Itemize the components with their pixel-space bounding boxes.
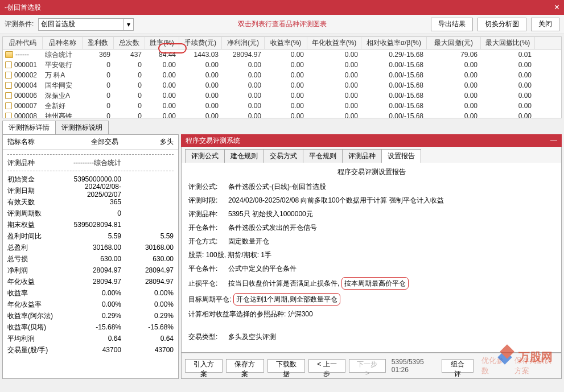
table-row[interactable]: 000007全新好000.000.000.000.000.000.00/-15.… xyxy=(3,101,561,111)
next-step-button: 下一步 > xyxy=(349,359,386,373)
metric-row: 总亏损630.00630.00 xyxy=(7,253,174,265)
metric-row: 收益率0.00%0.00% xyxy=(7,287,174,299)
cell: 0.00/-15.68 xyxy=(361,92,427,100)
cell: 0.00 xyxy=(145,92,179,100)
col-header[interactable]: 胜率(%) xyxy=(145,37,179,49)
metric-row: 交易量(股/手)4370043700 xyxy=(7,344,174,356)
cell: 0.00 xyxy=(179,102,222,110)
save-plan-button[interactable]: 保存方案 xyxy=(226,359,264,373)
table-row[interactable]: ------综合统计36943784.441443.0328094.970.00… xyxy=(3,49,561,60)
table-row[interactable]: 000008神州高铁000.000.000.000.000.000.00/-15… xyxy=(3,111,561,118)
table-row[interactable]: 000002万 科A000.000.000.000.000.000.00/-15… xyxy=(3,70,561,80)
hint-text: 双击列表行查看品种评测图表 xyxy=(138,19,426,29)
cell: 0.00 xyxy=(265,92,307,100)
cell: 0.00 xyxy=(307,102,361,110)
cell: 0.00 xyxy=(265,61,307,69)
report-tabs: 评测公式建仓规则交易方式平仓规则评测品种设置报告 xyxy=(181,147,562,163)
chevron-down-icon[interactable]: ▾ xyxy=(123,18,134,31)
metric-row: 评测周期数0 xyxy=(7,208,174,219)
cell: 0.00 xyxy=(307,61,361,69)
close-button[interactable]: 关闭 xyxy=(531,18,559,31)
cond-combo[interactable]: ▾ xyxy=(38,18,134,31)
cell: 0.00 xyxy=(179,61,222,69)
cell: 深振业A xyxy=(43,91,83,101)
combo-eval-button[interactable]: 组合评 xyxy=(442,359,474,373)
cell: 0.00 xyxy=(222,61,265,69)
cell: 0 xyxy=(114,71,145,79)
download-data-button[interactable]: 下载数据 xyxy=(267,359,305,373)
report-line: 止损平仓:按当日收盘价计算是否满足止损条件, 按本周期最高价平仓 xyxy=(188,277,554,290)
grid-header: 品种代码品种名称盈利数总次数胜率(%)手续费(元)净利润(元)收益率(%)年化收… xyxy=(3,37,561,49)
col-header[interactable]: 年化收益率(%) xyxy=(307,37,361,49)
col-header[interactable]: 净利润(元) xyxy=(222,37,265,49)
table-row[interactable]: 000006深振业A000.000.000.000.000.000.00/-15… xyxy=(3,90,561,101)
report-tab[interactable]: 评测公式 xyxy=(185,149,225,163)
report-tab[interactable]: 设置报告 xyxy=(381,149,421,163)
col-header[interactable]: 品种代码 xyxy=(3,37,43,49)
metric-row: 期末权益5395028094.81 xyxy=(7,219,174,230)
cell: 0.00 xyxy=(222,71,265,79)
cell: 0.00 xyxy=(179,92,222,100)
cell: 0.00 xyxy=(481,92,535,100)
cell: 0.00 xyxy=(427,81,481,89)
report-line: 评测公式:条件选股公式-(日线)-创回首选股 xyxy=(188,181,554,192)
optimize-params[interactable]: 优化参数 xyxy=(481,356,507,376)
bottom-toolbar: 引入方案 保存方案 下载数据 < 上一步 下一步 > 5395/5395 01:… xyxy=(181,353,562,379)
cell: 平安银行 xyxy=(43,60,83,70)
tab-detail[interactable]: 评测指标详情 xyxy=(2,121,56,134)
cell: 000007 xyxy=(3,102,43,110)
report-line: 平仓条件:公式中定义的平仓条件 xyxy=(188,263,554,274)
table-row[interactable]: 000004国华网安000.000.000.000.000.000.00/-15… xyxy=(3,80,561,90)
cell: 0.00/-15.68 xyxy=(361,102,427,110)
cond-input[interactable] xyxy=(38,18,123,31)
cell: 0.00 xyxy=(265,112,307,118)
report-tab[interactable]: 平仓规则 xyxy=(303,149,343,163)
mid-tabs: 评测指标详情 评测指标说明 xyxy=(2,121,562,134)
export-button[interactable]: 导出结果 xyxy=(431,18,473,31)
cell: 0.00 xyxy=(427,92,481,100)
col-header[interactable]: 品种名称 xyxy=(43,37,83,49)
prev-step-button[interactable]: < 上一步 xyxy=(308,359,345,373)
cell: 000002 xyxy=(3,71,43,79)
cell: 0.00 xyxy=(145,102,179,110)
cell: 369 xyxy=(83,51,114,59)
cell: 0.00 xyxy=(179,81,222,89)
cell: 000001 xyxy=(3,61,43,69)
col-header[interactable]: 手续费(元) xyxy=(179,37,222,49)
metric-row: 年化收益率0.00%0.00% xyxy=(7,299,174,310)
cell: 万 科A xyxy=(43,71,83,80)
col-header[interactable]: 收益率(%) xyxy=(265,37,307,49)
col-name: 指标名称 xyxy=(7,137,63,147)
progress-status: 5395/5395 01:26 xyxy=(392,358,435,374)
close-icon[interactable]: × xyxy=(554,2,559,13)
cell: 0.00 xyxy=(222,102,265,110)
tab-help[interactable]: 评测指标说明 xyxy=(55,121,109,134)
cell: 综合统计 xyxy=(43,50,83,60)
cell: 79.06 xyxy=(427,51,481,59)
report-line: 开仓条件:条件选股公式发出的开仓信号 xyxy=(188,222,554,233)
switch-chart-button[interactable]: 切换分析图 xyxy=(477,18,526,31)
report-tab[interactable]: 评测品种 xyxy=(342,149,382,163)
table-row[interactable]: 000001平安银行000.000.000.000.000.000.00/-15… xyxy=(3,60,561,70)
cell: 000006 xyxy=(3,92,43,100)
col-header[interactable]: 盈利数 xyxy=(83,37,114,49)
cell: 0.00 xyxy=(145,61,179,69)
report-body: 程序交易评测设置报告 评测公式:条件选股公式-(日线)-创回首选股评测时段:20… xyxy=(181,163,562,353)
report-line: 交易类型:多头及空头评测 xyxy=(188,332,554,342)
metric-row: 净利润28094.9728094.97 xyxy=(7,265,174,276)
col-header[interactable]: 总次数 xyxy=(114,37,145,49)
metrics-pane: 指标名称 全部交易 多头 评测品种---------综合统计初始资金539500… xyxy=(2,134,179,379)
minimize-icon[interactable]: — xyxy=(550,137,557,145)
cell: 0.00 xyxy=(265,102,307,110)
report-tab[interactable]: 建仓规则 xyxy=(224,149,264,163)
col-header[interactable]: 最大回撤比(%) xyxy=(481,37,535,49)
save-default[interactable]: 保存为默认方案 xyxy=(514,356,558,376)
metric-row: 评测品种---------综合统计 xyxy=(7,157,174,168)
col-header[interactable]: 最大回撤(元) xyxy=(427,37,481,49)
import-plan-button[interactable]: 引入方案 xyxy=(185,359,223,373)
metrics-header: 指标名称 全部交易 多头 xyxy=(3,135,178,150)
cell: 0 xyxy=(83,102,114,110)
col-header[interactable]: 相对收益率α/β(%) xyxy=(361,37,427,49)
report-line: 目标周期平仓: 开仓达到1个周期,则全部数量平仓 xyxy=(188,293,554,306)
report-tab[interactable]: 交易方式 xyxy=(264,149,303,163)
